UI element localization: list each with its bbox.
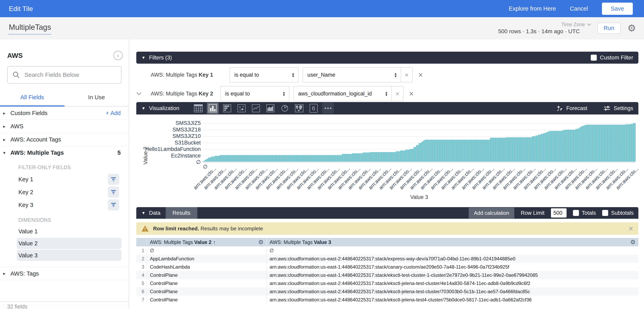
add-calculation-button[interactable]: Add calculation — [469, 208, 514, 218]
bar[interactable] — [242, 155, 243, 162]
bar[interactable] — [490, 138, 491, 162]
bar[interactable] — [301, 155, 302, 162]
bar[interactable] — [457, 140, 458, 162]
bar[interactable] — [288, 155, 289, 162]
bar[interactable] — [600, 125, 601, 162]
bar[interactable] — [466, 140, 466, 162]
row-limit-input[interactable] — [551, 208, 566, 218]
bar[interactable] — [508, 137, 508, 162]
bar[interactable] — [268, 155, 268, 162]
cell-value3[interactable]: arn:aws:cloudformation:us-east-2:4486402… — [266, 279, 638, 288]
cell-value3[interactable]: arn:aws:cloudformation:us-east-1:4486402… — [266, 271, 638, 279]
bar[interactable] — [619, 125, 620, 162]
bar[interactable] — [552, 131, 553, 162]
bar[interactable] — [293, 155, 294, 162]
bar[interactable] — [315, 155, 316, 162]
filters-header-bar[interactable]: ▼ Filters (3) Custom Filter — [136, 52, 638, 64]
bar[interactable] — [612, 125, 612, 162]
bar[interactable] — [236, 155, 237, 162]
bar[interactable] — [479, 140, 480, 162]
bar[interactable] — [428, 140, 429, 162]
bar[interactable] — [346, 154, 346, 162]
bar[interactable] — [550, 131, 551, 162]
bar[interactable] — [370, 152, 370, 162]
bar[interactable] — [257, 155, 258, 162]
bar[interactable] — [463, 140, 464, 162]
bar[interactable] — [233, 155, 233, 162]
bar[interactable] — [450, 140, 451, 162]
bar[interactable] — [290, 155, 290, 162]
bar[interactable] — [633, 123, 634, 162]
bar[interactable] — [440, 140, 440, 162]
bar-chart-icon[interactable] — [221, 103, 233, 114]
bar[interactable] — [386, 152, 387, 162]
bar[interactable] — [488, 140, 489, 162]
bar[interactable] — [563, 130, 564, 162]
bar[interactable] — [446, 140, 447, 162]
bar[interactable] — [394, 152, 395, 162]
bar[interactable] — [441, 140, 442, 162]
bar[interactable] — [316, 155, 316, 162]
bar[interactable] — [482, 140, 482, 162]
bar[interactable] — [596, 125, 597, 162]
bar[interactable] — [263, 155, 264, 162]
bar[interactable] — [206, 159, 207, 162]
bar[interactable] — [602, 125, 602, 162]
bar[interactable] — [601, 125, 602, 162]
bar[interactable] — [362, 153, 362, 162]
column-header-value2[interactable]: AWS: Multiple TagsValue 2 ↑ ⚙ — [147, 238, 266, 246]
bar[interactable] — [366, 152, 366, 162]
bar[interactable] — [268, 155, 269, 162]
bar[interactable] — [610, 125, 610, 162]
bar[interactable] — [442, 140, 443, 162]
bar[interactable] — [322, 155, 322, 162]
bar[interactable] — [318, 155, 319, 162]
bar[interactable] — [305, 155, 306, 162]
bar[interactable] — [613, 125, 614, 162]
bar[interactable] — [564, 130, 565, 162]
bar[interactable] — [480, 140, 481, 162]
bar[interactable] — [501, 138, 501, 162]
bar[interactable] — [489, 140, 490, 162]
bar[interactable] — [424, 140, 424, 162]
line-chart-icon[interactable] — [250, 103, 262, 114]
field-search-box[interactable] — [7, 66, 122, 84]
bar[interactable] — [254, 155, 254, 162]
bar[interactable] — [495, 138, 496, 162]
bar[interactable] — [364, 152, 365, 162]
bar[interactable] — [344, 154, 345, 162]
bar[interactable] — [594, 125, 594, 162]
bar[interactable] — [318, 155, 318, 162]
bar[interactable] — [341, 155, 342, 162]
bar[interactable] — [555, 131, 555, 162]
bar[interactable] — [497, 138, 498, 162]
bar[interactable] — [562, 131, 562, 162]
bar[interactable] — [393, 152, 394, 162]
bar[interactable] — [578, 128, 579, 162]
bar[interactable] — [380, 152, 381, 162]
cell-value3[interactable]: arn:aws:cloudformation:us-east-1:4486402… — [266, 263, 638, 271]
bar[interactable] — [510, 137, 511, 162]
bar[interactable] — [240, 155, 240, 162]
bar[interactable] — [273, 155, 274, 162]
bar[interactable] — [569, 130, 569, 162]
bar[interactable] — [409, 150, 410, 162]
bar[interactable] — [520, 137, 520, 162]
bar[interactable] — [229, 155, 230, 162]
bar[interactable] — [530, 137, 531, 162]
bar[interactable] — [528, 137, 529, 162]
field-label[interactable]: Value 3 — [18, 252, 122, 259]
bar[interactable] — [499, 138, 500, 162]
bar[interactable] — [609, 125, 610, 162]
bar[interactable] — [586, 125, 587, 162]
bar[interactable] — [459, 140, 459, 162]
bar[interactable] — [626, 124, 627, 162]
bar[interactable] — [539, 135, 540, 162]
bar[interactable] — [473, 140, 473, 162]
scatter-chart-icon[interactable] — [236, 103, 247, 114]
bar[interactable] — [548, 132, 549, 162]
cell-value2[interactable]: ControlPlane — [147, 271, 266, 279]
bar[interactable] — [532, 136, 532, 162]
bar[interactable] — [509, 137, 510, 162]
bar[interactable] — [599, 125, 600, 162]
